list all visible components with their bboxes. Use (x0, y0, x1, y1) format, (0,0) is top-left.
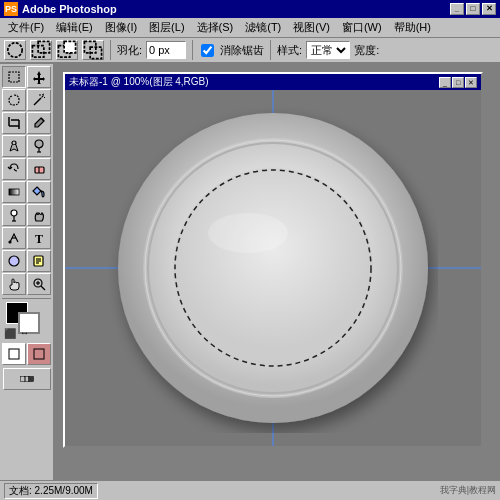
width-label: 宽度: (354, 43, 379, 58)
doc-size-section: 文档: 2.25M/9.00M (4, 483, 98, 499)
app-title: Adobe Photoshop (22, 3, 450, 15)
doc-window-controls: _ □ ✕ (439, 77, 477, 88)
magic-wand-tool[interactable] (27, 89, 51, 111)
healing-brush-tool[interactable] (2, 135, 26, 157)
svg-rect-26 (9, 189, 19, 195)
zoom-tool[interactable] (27, 273, 51, 295)
gradient-tool[interactable] (2, 181, 26, 203)
menu-window[interactable]: 窗口(W) (336, 18, 388, 37)
watermark-text: 我字典|教程网 (440, 484, 496, 497)
options-bar: 羽化: 消除锯齿 样式: 正常 宽度: (0, 38, 500, 64)
feather-input[interactable] (146, 41, 186, 59)
quick-mask-btn[interactable] (27, 343, 51, 365)
style-select[interactable]: 正常 (306, 41, 350, 59)
swap-colors-icon[interactable]: ↔ (20, 328, 29, 338)
feather-label: 羽化: (117, 43, 142, 58)
status-bar: 文档: 2.25M/9.00M 我字典|教程网 (0, 480, 500, 500)
svg-point-19 (12, 141, 16, 145)
svg-marker-8 (33, 71, 45, 84)
close-button[interactable]: ✕ (482, 3, 496, 15)
doc-title-bar: 未标器-1 @ 100%(图层 4,RGB) _ □ ✕ (65, 74, 481, 90)
svg-point-27 (11, 210, 17, 216)
rectangular-marquee-tool[interactable] (2, 66, 26, 88)
main-area: T (0, 64, 500, 480)
svg-rect-2 (38, 41, 49, 52)
window-controls: _ □ ✕ (450, 3, 496, 15)
dodge-tool[interactable] (2, 204, 26, 226)
svg-point-30 (9, 241, 11, 243)
svg-line-11 (42, 94, 44, 95)
shape-tool[interactable] (2, 250, 26, 272)
divider-2 (192, 40, 193, 60)
pen-tool[interactable] (2, 227, 26, 249)
menu-layer[interactable]: 图层(L) (143, 18, 190, 37)
menu-select[interactable]: 选择(S) (191, 18, 240, 37)
canvas-area: 未标器-1 @ 100%(图层 4,RGB) _ □ ✕ (55, 64, 500, 480)
divider-3 (270, 40, 271, 60)
document-window: 未标器-1 @ 100%(图层 4,RGB) _ □ ✕ (63, 72, 483, 448)
divider-1 (110, 40, 111, 60)
eraser-tool[interactable] (27, 158, 51, 180)
svg-point-53 (208, 213, 288, 253)
eyedropper-tool[interactable] (27, 112, 51, 134)
svg-line-12 (44, 97, 45, 98)
menu-edit[interactable]: 编辑(E) (50, 18, 99, 37)
app-icon: PS (4, 2, 18, 16)
lasso-tool[interactable] (2, 89, 26, 111)
antialias-label: 消除锯齿 (220, 43, 264, 58)
type-tool[interactable]: T (27, 227, 51, 249)
toolbox: T (0, 64, 55, 480)
svg-line-38 (41, 286, 45, 290)
doc-size-label: 文档: 2.25M/9.00M (9, 484, 93, 498)
doc-title: 未标器-1 @ 100%(图层 4,RGB) (69, 75, 439, 89)
intersect-selection-btn[interactable] (82, 40, 104, 60)
menu-bar: 文件(F) 编辑(E) 图像(I) 图层(L) 选择(S) 滤镜(T) 视图(V… (0, 18, 500, 38)
history-brush-tool[interactable] (2, 158, 26, 180)
svg-rect-7 (9, 72, 19, 82)
svg-rect-41 (9, 349, 19, 359)
svg-rect-42 (34, 349, 44, 359)
svg-point-32 (9, 256, 19, 266)
svg-line-9 (34, 98, 41, 105)
subtract-selection-btn[interactable] (56, 40, 78, 60)
maximize-button[interactable]: □ (466, 3, 480, 15)
menu-file[interactable]: 文件(F) (2, 18, 50, 37)
crop-tool[interactable] (2, 112, 26, 134)
screen-mode-btn[interactable] (3, 368, 51, 390)
menu-view[interactable]: 视图(V) (287, 18, 336, 37)
svg-rect-45 (28, 377, 33, 382)
menu-filter[interactable]: 滤镜(T) (239, 18, 287, 37)
doc-minimize-btn[interactable]: _ (439, 77, 451, 88)
doc-close-btn[interactable]: ✕ (465, 77, 477, 88)
menu-help[interactable]: 帮助(H) (388, 18, 437, 37)
document-canvas[interactable] (65, 90, 481, 446)
svg-rect-4 (64, 41, 75, 52)
default-colors-icon[interactable]: ⬛ (4, 328, 16, 339)
svg-point-0 (8, 43, 22, 57)
app-title-bar: PS Adobe Photoshop _ □ ✕ (0, 0, 500, 18)
plate-image (108, 103, 438, 433)
paint-bucket-tool[interactable] (27, 181, 51, 203)
notes-tool[interactable] (27, 250, 51, 272)
new-selection-btn[interactable] (4, 40, 26, 60)
antialias-checkbox[interactable] (201, 44, 214, 57)
svg-marker-10 (41, 95, 44, 98)
svg-text:T: T (35, 232, 43, 245)
svg-point-51 (173, 168, 373, 368)
hand-tool[interactable] (2, 273, 26, 295)
clone-stamp-tool[interactable] (27, 135, 51, 157)
menu-image[interactable]: 图像(I) (99, 18, 143, 37)
standard-mode-btn[interactable] (2, 343, 26, 365)
burn-tool[interactable] (27, 204, 51, 226)
move-tool[interactable] (27, 66, 51, 88)
minimize-button[interactable]: _ (450, 3, 464, 15)
add-selection-btn[interactable] (30, 40, 52, 60)
doc-maximize-btn[interactable]: □ (452, 77, 464, 88)
style-label: 样式: (277, 43, 302, 58)
